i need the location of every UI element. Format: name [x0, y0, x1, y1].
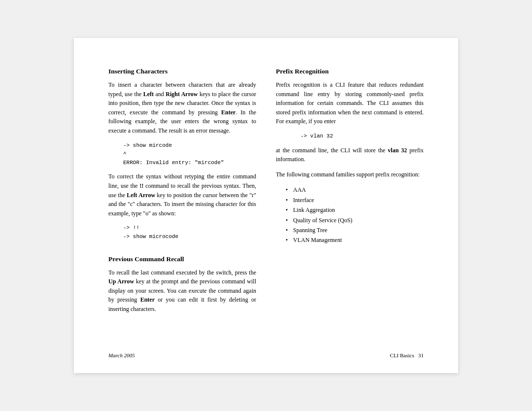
list-item-aaa: AAA	[286, 185, 424, 195]
code-line-2: ^	[123, 150, 256, 159]
code-line-3: ERROR: Invalid entry: "mircode"	[123, 159, 256, 168]
code-block-2: -> !! -> show microcode	[123, 224, 256, 241]
inserting-chars-para1: To insert a character between characters…	[108, 80, 256, 136]
inserting-chars-para2: To correct the syntax without retyping t…	[108, 172, 256, 218]
footer-date: March 2005	[108, 352, 135, 358]
previous-command-recall-section: Previous Command Recall To recall the la…	[108, 255, 256, 314]
prefix-recognition-section: Prefix Recognition Prefix recognition is…	[276, 68, 424, 245]
footer-section-page: CLI Basics 31	[390, 352, 424, 358]
code-line-1: -> show mircode	[123, 141, 256, 150]
footer: March 2005 CLI Basics 31	[108, 352, 424, 358]
code-block-1: -> show mircode ^ ERROR: Invalid entry: …	[123, 141, 256, 168]
left-column: Inserting Characters To insert a charact…	[108, 68, 256, 319]
inserting-characters-section: Inserting Characters To insert a charact…	[108, 68, 256, 241]
content-area: Inserting Characters To insert a charact…	[108, 68, 424, 319]
list-item-link-aggregation: Link Aggregation	[286, 205, 424, 215]
code-line-4: -> !!	[123, 224, 256, 233]
footer-section-label: CLI Basics	[390, 352, 414, 358]
prefix-recognition-para2: at the command line, the CLI will store …	[276, 146, 424, 164]
prefix-recognition-para3: The following command families support p…	[276, 170, 424, 179]
prefix-recognition-title: Prefix Recognition	[276, 68, 424, 75]
vlan-example: -> vlan 32	[300, 132, 424, 141]
page: Inserting Characters To insert a charact…	[74, 38, 458, 373]
inserting-characters-title: Inserting Characters	[108, 68, 256, 75]
previous-command-para1: To recall the last command executed by t…	[108, 268, 256, 314]
list-item-vlan-management: VLAN Management	[286, 235, 424, 245]
list-item-qos: Quality of Service (QoS)	[286, 215, 424, 225]
list-item-interface: Interface	[286, 195, 424, 205]
footer-page-number: 31	[418, 352, 424, 358]
list-item-spanning-tree: Spanning Tree	[286, 225, 424, 235]
code-line-5: -> show microcode	[123, 233, 256, 241]
right-column: Prefix Recognition Prefix recognition is…	[276, 68, 424, 319]
previous-command-recall-title: Previous Command Recall	[108, 255, 256, 263]
prefix-recognition-list: AAA Interface Link Aggregation Quality o…	[286, 185, 424, 245]
prefix-recognition-para1: Prefix recognition is a CLI feature that…	[276, 80, 424, 126]
